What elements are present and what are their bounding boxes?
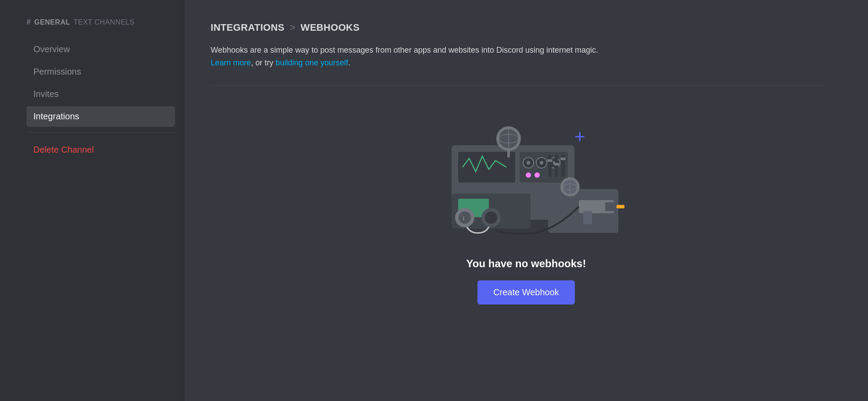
- main-content: INTEGRATIONS > WEBHOOKS Webhooks are a s…: [184, 0, 868, 401]
- empty-state-title: You have no webhooks!: [466, 258, 586, 270]
- svg-rect-17: [560, 158, 566, 160]
- svg-text:↓: ↓: [462, 214, 465, 221]
- channel-name-light: TEXT CHANNELS: [74, 18, 135, 26]
- svg-point-10: [526, 172, 531, 178]
- svg-rect-12: [548, 155, 552, 177]
- page-description: Webhooks are a simple way to post messag…: [211, 44, 693, 69]
- svg-rect-36: [605, 202, 618, 211]
- svg-point-28: [485, 211, 497, 224]
- svg-rect-16: [554, 163, 559, 165]
- channel-label: # GENERAL TEXT CHANNELS: [26, 18, 175, 27]
- svg-rect-37: [617, 205, 624, 208]
- create-webhook-button[interactable]: Create Webhook: [477, 280, 575, 304]
- svg-rect-38: [583, 211, 592, 224]
- svg-point-7: [540, 161, 543, 165]
- section-divider: [211, 85, 825, 86]
- svg-point-11: [534, 172, 540, 178]
- nav-divider: [26, 132, 175, 132]
- sidebar-item-integrations[interactable]: Integrations: [26, 106, 175, 127]
- channel-name-bold: GENERAL: [34, 18, 70, 26]
- breadcrumb-parent: INTEGRATIONS: [211, 22, 284, 33]
- breadcrumb-separator: >: [290, 22, 295, 33]
- svg-rect-13: [555, 155, 558, 177]
- svg-text:+: +: [574, 126, 585, 147]
- channel-hash-icon: #: [26, 18, 31, 27]
- empty-state: +: [211, 101, 842, 322]
- svg-point-5: [527, 161, 530, 165]
- learn-more-link[interactable]: Learn more: [211, 58, 251, 67]
- webhook-illustration: +: [425, 119, 627, 242]
- sidebar-item-permissions[interactable]: Permissions: [26, 61, 175, 82]
- sidebar-item-invites[interactable]: Invites: [26, 84, 175, 104]
- sidebar-item-overview[interactable]: Overview: [26, 39, 175, 60]
- sidebar: # GENERAL TEXT CHANNELS Overview Permiss…: [0, 0, 184, 401]
- breadcrumb-current: WEBHOOKS: [301, 22, 359, 33]
- svg-rect-15: [547, 159, 552, 162]
- svg-rect-2: [458, 152, 515, 183]
- breadcrumb: INTEGRATIONS > WEBHOOKS: [211, 22, 842, 33]
- svg-rect-22: [507, 149, 510, 158]
- sidebar-item-delete-channel[interactable]: Delete Channel: [26, 140, 175, 160]
- description-text: Webhooks are a simple way to post messag…: [211, 46, 598, 54]
- build-yourself-link[interactable]: building one yourself: [276, 58, 348, 67]
- sidebar-nav: Overview Permissions Invites Integration…: [26, 39, 175, 160]
